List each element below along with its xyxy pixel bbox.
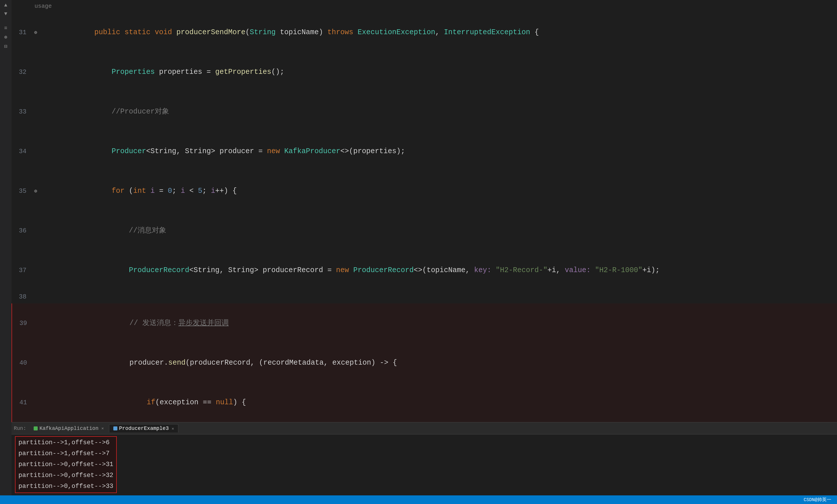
line-content-34: Producer<String, String> producer = new … — [40, 132, 405, 171]
console-line-1: partition-->1,offset-->6 — [18, 437, 113, 448]
code-line-36: 36 //消息对象 — [12, 211, 837, 250]
wrap-icon[interactable]: ≡ — [4, 25, 7, 31]
bottom-panel: Run: KafkaApiApplication ✕ ProducerExamp… — [12, 422, 837, 496]
line-content-31: public static void producerSendMore(Stri… — [40, 13, 837, 52]
code-line-37: 37 ProducerRecord<String, String> produc… — [12, 250, 837, 290]
console-line-3: partition-->0,offset-->31 — [18, 459, 113, 470]
status-bar-text: CSDN@帅英一 — [804, 497, 831, 503]
line-content-33: //Producer对象 — [40, 92, 169, 132]
code-line-39: 39 // 发送消息：异步发送并回调 — [12, 303, 837, 343]
line-number-38: 38 — [12, 293, 32, 301]
minus-icon[interactable]: ⊟ — [4, 43, 7, 50]
code-line-40: 40 producer.send(producerRecord, (record… — [12, 343, 837, 383]
console-line-5: partition-->0,offset-->33 — [18, 481, 113, 492]
tab-producer-example3-close[interactable]: ✕ — [172, 426, 174, 431]
line-number-32: 32 — [12, 69, 32, 76]
line-number-39: 39 — [12, 320, 32, 327]
code-line-31: 31 public static void producerSendMore(S… — [12, 13, 837, 52]
align-icon[interactable]: ⊛ — [4, 34, 7, 40]
line-content-36: //消息对象 — [40, 211, 166, 250]
status-bar: CSDN@帅英一 — [0, 496, 837, 504]
editor-container: ▲ ▼ ≡ ⊛ ⊟ usage 31 public static void pr… — [0, 0, 837, 504]
tab-kafka-api-label: KafkaApiApplication — [39, 426, 99, 431]
code-line-33: 33 //Producer对象 — [12, 92, 837, 132]
tab-kafka-api[interactable]: KafkaApiApplication ✕ — [30, 424, 108, 432]
line-content-37: ProducerRecord<String, String> producerR… — [40, 250, 660, 290]
code-line-35: 35 for (int i = 0; i < 5; i++) { — [12, 171, 837, 211]
line-content-38 — [40, 290, 47, 303]
line-content-32: Properties properties = getProperties(); — [40, 52, 284, 92]
line-number-37: 37 — [12, 267, 32, 274]
run-label: Run: — [14, 426, 26, 431]
scroll-down-arrow[interactable]: ▼ — [4, 11, 7, 17]
line-number-34: 34 — [12, 148, 32, 155]
tab-icon-green — [34, 426, 38, 430]
line-number-31: 31 — [12, 29, 32, 36]
line-number-33: 33 — [12, 108, 32, 115]
tab-icon-blue — [113, 426, 117, 430]
line-number-40: 40 — [12, 359, 32, 367]
tab-producer-example3-label: ProducerExample3 — [119, 426, 169, 431]
console-highlight-block: partition-->1,offset-->6 partition-->1,o… — [15, 436, 117, 493]
code-line-41: 41 if(exception == null) { — [12, 383, 837, 422]
line-number-36: 36 — [12, 227, 32, 235]
line-content-35: for (int i = 0; i < 5; i++) { — [40, 171, 237, 211]
line-content-40: producer.send(producerRecord, (recordMet… — [40, 343, 397, 383]
tab-kafka-api-close[interactable]: ✕ — [101, 426, 104, 431]
code-line-38: 38 — [12, 290, 837, 303]
tabs-bar: Run: KafkaApiApplication ✕ ProducerExamp… — [12, 423, 837, 434]
tab-producer-example3[interactable]: ProducerExample3 ✕ — [109, 424, 178, 432]
console-line-4: partition-->0,offset-->32 — [18, 470, 113, 481]
scroll-up-arrow[interactable]: ▲ — [4, 2, 7, 8]
code-line-34: 34 Producer<String, String> producer = n… — [12, 132, 837, 171]
gutter-31 — [32, 31, 40, 34]
code-line-32: 32 Properties properties = getProperties… — [12, 52, 837, 92]
code-area: usage 31 public static void producerSend… — [12, 0, 837, 422]
gutter-35 — [32, 190, 40, 192]
line-number-41: 41 — [12, 399, 32, 406]
left-sidebar: ▲ ▼ ≡ ⊛ ⊟ — [0, 0, 12, 496]
line-number-35: 35 — [12, 188, 32, 195]
console-line-2: partition-->1,offset-->7 — [18, 448, 113, 459]
usage-label: usage — [12, 0, 837, 13]
line-content-41: if(exception == null) { — [40, 383, 246, 422]
line-content-39: // 发送消息：异步发送并回调 — [40, 303, 229, 343]
console-output: ▲ ▼ ≡ ⊛ ⊟ partition-->1,offset-->6 parti… — [12, 434, 837, 495]
